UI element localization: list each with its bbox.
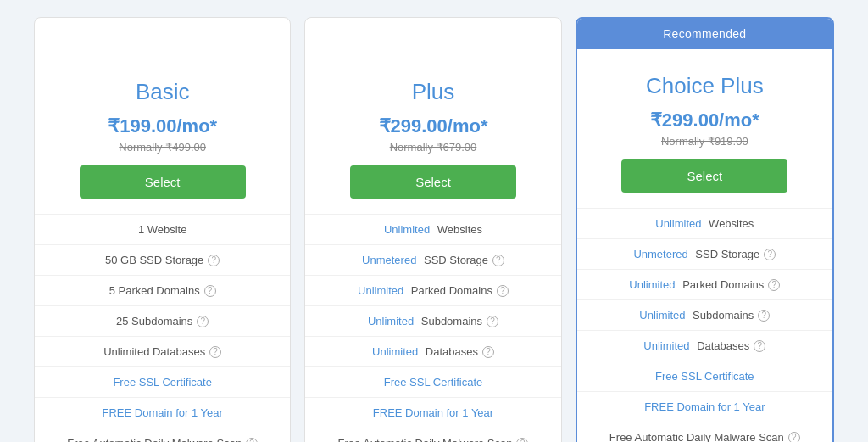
feature-highlight: Unlimited <box>372 345 418 358</box>
plan-header: Choice Plus ₹299.00/mo* Normally ₹919.00… <box>577 49 832 208</box>
feature-item: Unlimited Subdomains? <box>577 299 832 330</box>
info-icon[interactable]: ? <box>768 279 780 291</box>
info-icon[interactable]: ? <box>788 432 800 443</box>
feature-item: Unlimited Databases? <box>305 336 560 366</box>
feature-highlight: Unlimited <box>639 309 685 322</box>
plan-name: Plus <box>322 79 543 105</box>
info-icon[interactable]: ? <box>204 285 216 297</box>
plan-header: Plus ₹299.00/mo* Normally ₹679.00 Select <box>305 55 560 214</box>
feature-item: FREE Domain for 1 Year <box>35 397 290 428</box>
feature-item: Unlimited Databases? <box>35 336 290 366</box>
feature-highlight: Unlimited <box>384 223 430 236</box>
features-list-choice-plus: Unlimited WebsitesUnmetered SSD Storage?… <box>577 208 832 442</box>
feature-highlight: Unmetered <box>362 254 416 266</box>
feature-item: Unmetered SSD Storage? <box>305 244 560 275</box>
feature-item: Unmetered SSD Storage? <box>577 238 832 269</box>
feature-item: Free SSL Certificate <box>305 366 560 397</box>
feature-highlight: Unlimited <box>655 217 701 230</box>
feature-text: Unlimited Databases <box>103 345 205 358</box>
plan-card-basic: Basic ₹199.00/mo* Normally ₹499.00 Selec… <box>34 17 291 442</box>
feature-link[interactable]: Free SSL Certificate <box>384 376 483 389</box>
feature-item: Free SSL Certificate <box>35 366 290 397</box>
feature-item: Unlimited Websites <box>577 208 832 238</box>
feature-link[interactable]: Free SSL Certificate <box>113 376 212 389</box>
features-list-plus: Unlimited WebsitesUnmetered SSD Storage?… <box>305 214 560 442</box>
feature-link[interactable]: FREE Domain for 1 Year <box>644 400 765 413</box>
plan-normal-price: Normally ₹919.00 <box>594 135 815 148</box>
feature-item: Unlimited Subdomains? <box>305 305 560 336</box>
feature-highlight: Unlimited <box>358 284 403 297</box>
feature-link[interactable]: FREE Domain for 1 Year <box>373 406 493 419</box>
feature-item: FREE Domain for 1 Year <box>577 391 832 422</box>
feature-item: Unlimited Parked Domains? <box>305 275 560 305</box>
feature-item: 1 Website <box>35 214 290 244</box>
info-icon[interactable]: ? <box>197 316 209 327</box>
feature-item: Free Automatic Daily Malware Scan? <box>577 422 832 442</box>
feature-link[interactable]: FREE Domain for 1 Year <box>102 406 222 419</box>
feature-item: 5 Parked Domains? <box>35 275 290 305</box>
select-button-basic[interactable]: Select <box>80 165 246 199</box>
info-icon[interactable]: ? <box>492 255 504 266</box>
feature-highlight: Unlimited <box>643 339 689 352</box>
feature-item: Free Automatic Daily Malware Scan? <box>35 428 290 442</box>
feature-text: 50 GB SSD Storage <box>105 254 203 266</box>
feature-item: Unlimited Parked Domains? <box>577 269 832 299</box>
feature-text: Free Automatic Daily Malware Scan <box>338 437 513 442</box>
feature-item: Unlimited Databases? <box>577 330 832 361</box>
info-icon[interactable]: ? <box>764 249 776 260</box>
feature-item: Free Automatic Daily Malware Scan? <box>305 428 560 442</box>
plan-header: Basic ₹199.00/mo* Normally ₹499.00 Selec… <box>35 55 290 214</box>
info-icon[interactable]: ? <box>516 438 528 443</box>
feature-item: 50 GB SSD Storage? <box>35 244 290 275</box>
feature-link[interactable]: Free SSL Certificate <box>655 370 754 383</box>
info-icon[interactable]: ? <box>487 316 498 327</box>
info-icon[interactable]: ? <box>482 346 494 358</box>
select-button-plus[interactable]: Select <box>350 165 516 199</box>
pricing-container: Basic ₹199.00/mo* Normally ₹499.00 Selec… <box>27 17 841 442</box>
recommended-badge: Recommended <box>577 19 832 49</box>
feature-text: Free Automatic Daily Malware Scan <box>67 437 242 442</box>
plan-price: ₹199.00/mo* <box>52 115 273 137</box>
feature-item: FREE Domain for 1 Year <box>305 397 560 428</box>
feature-item: Unlimited Websites <box>305 214 560 244</box>
feature-highlight: Unlimited <box>368 315 414 327</box>
info-icon[interactable]: ? <box>209 346 221 358</box>
feature-text: 5 Parked Domains <box>109 284 200 297</box>
info-icon[interactable]: ? <box>754 340 765 352</box>
feature-text: Free Automatic Daily Malware Scan <box>609 431 784 442</box>
plan-normal-price: Normally ₹499.00 <box>52 141 273 154</box>
select-button-choice-plus[interactable]: Select <box>621 159 787 193</box>
plan-card-choice-plus: Recommended Choice Plus ₹299.00/mo* Norm… <box>576 17 834 442</box>
plan-name: Choice Plus <box>594 73 815 99</box>
info-icon[interactable]: ? <box>208 255 220 266</box>
info-icon[interactable]: ? <box>497 285 509 297</box>
info-icon[interactable]: ? <box>246 438 258 443</box>
feature-item: 25 Subdomains? <box>35 305 290 336</box>
feature-item: Free SSL Certificate <box>577 361 832 391</box>
plan-name: Basic <box>52 79 273 105</box>
feature-text: 1 Website <box>138 223 187 236</box>
plan-card-plus: Plus ₹299.00/mo* Normally ₹679.00 Select… <box>304 17 561 442</box>
feature-highlight: Unlimited <box>629 278 675 291</box>
feature-text: 25 Subdomains <box>116 315 192 327</box>
plan-normal-price: Normally ₹679.00 <box>322 141 543 154</box>
features-list-basic: 1 Website50 GB SSD Storage?5 Parked Doma… <box>35 214 290 442</box>
plan-price: ₹299.00/mo* <box>594 109 815 131</box>
plan-price: ₹299.00/mo* <box>322 115 543 137</box>
info-icon[interactable]: ? <box>758 310 770 322</box>
feature-highlight: Unmetered <box>633 248 687 260</box>
